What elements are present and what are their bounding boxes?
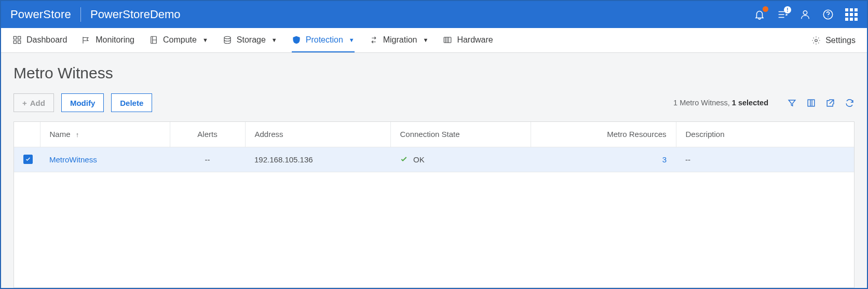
col-description[interactable]: Description xyxy=(676,122,854,147)
nav-dashboard[interactable]: Dashboard xyxy=(12,28,67,52)
action-row: + Add Modify Delete 1 Metro Witness, 1 s… xyxy=(13,93,855,112)
svg-rect-11 xyxy=(808,100,815,106)
svg-rect-9 xyxy=(444,37,452,43)
help-icon[interactable] xyxy=(822,9,834,20)
status-selected-text: 1 selected xyxy=(732,99,768,107)
page-body: Metro Witness + Add Modify Delete 1 Metr… xyxy=(1,53,867,288)
row-checkbox[interactable] xyxy=(23,155,33,164)
product-name[interactable]: PowerStore xyxy=(10,8,71,21)
svg-rect-3 xyxy=(13,36,16,39)
banner-icon-group xyxy=(754,8,858,21)
col-alerts[interactable]: Alerts xyxy=(170,122,245,147)
export-icon[interactable] xyxy=(825,98,835,108)
nav-migration-label: Migration xyxy=(383,35,417,45)
user-icon[interactable] xyxy=(799,9,811,20)
nav-settings-label: Settings xyxy=(825,36,856,45)
selection-status: 1 Metro Witness, 1 selected xyxy=(673,99,768,107)
nav-monitoring[interactable]: Monitoring xyxy=(82,28,134,52)
status-count-text: 1 Metro Witness, xyxy=(673,99,732,107)
chevron-down-icon: ▼ xyxy=(423,37,428,43)
sort-ascending-icon: ↑ xyxy=(76,131,79,139)
row-name-cell: MetroWitness xyxy=(40,147,170,172)
connection-state-text: OK xyxy=(413,155,425,164)
notifications-badge xyxy=(763,6,768,12)
witness-table: Name ↑ Alerts Address Connection State M… xyxy=(13,121,855,288)
columns-icon[interactable] xyxy=(806,98,816,108)
add-button-label: Add xyxy=(30,99,45,107)
row-alerts-cell: -- xyxy=(170,147,245,172)
col-connection-label: Connection State xyxy=(400,130,460,139)
svg-rect-5 xyxy=(13,40,16,43)
notifications-icon[interactable] xyxy=(754,9,765,20)
col-description-label: Description xyxy=(686,130,725,139)
svg-point-2 xyxy=(828,17,828,17)
modify-button-label: Modify xyxy=(70,99,95,107)
col-address[interactable]: Address xyxy=(245,122,390,147)
plus-icon: + xyxy=(22,99,27,107)
col-address-label: Address xyxy=(255,130,283,139)
jobs-badge xyxy=(784,6,791,13)
svg-point-8 xyxy=(224,36,230,39)
col-checkbox[interactable] xyxy=(14,122,40,147)
row-connection-cell: OK xyxy=(390,147,531,172)
top-banner: PowerStore PowerStoreDemo xyxy=(1,1,867,28)
nav-dashboard-label: Dashboard xyxy=(26,35,67,45)
nav-migration[interactable]: Migration ▼ xyxy=(369,28,429,52)
col-metro-label: Metro Resources xyxy=(607,130,666,139)
nav-hardware[interactable]: Hardware xyxy=(443,28,493,52)
main-nav: Dashboard Monitoring Compute ▼ Storage ▼… xyxy=(1,28,867,53)
table-toolbar xyxy=(787,98,855,108)
svg-point-10 xyxy=(815,39,818,42)
svg-rect-4 xyxy=(18,36,21,39)
col-name[interactable]: Name ↑ xyxy=(40,122,170,147)
witness-name-link[interactable]: MetroWitness xyxy=(49,155,97,164)
nav-compute[interactable]: Compute ▼ xyxy=(149,28,208,52)
nav-hardware-label: Hardware xyxy=(457,35,493,45)
nav-settings[interactable]: Settings xyxy=(811,36,856,45)
col-connection[interactable]: Connection State xyxy=(390,122,531,147)
add-button: + Add xyxy=(13,93,54,112)
modify-button[interactable]: Modify xyxy=(61,93,104,112)
chevron-down-icon: ▼ xyxy=(349,37,355,43)
row-address-cell: 192.168.105.136 xyxy=(245,147,390,172)
table-row[interactable]: MetroWitness -- 192.168.105.136 OK 3 -- xyxy=(14,147,854,172)
refresh-icon[interactable] xyxy=(845,98,855,108)
delete-button-label: Delete xyxy=(120,99,143,107)
nav-storage[interactable]: Storage ▼ xyxy=(223,28,277,52)
col-name-label: Name xyxy=(50,130,71,139)
row-description-cell: -- xyxy=(676,147,854,172)
jobs-icon[interactable] xyxy=(777,9,788,20)
row-metro-resources-cell: 3 xyxy=(531,147,676,172)
apps-icon[interactable] xyxy=(845,8,858,21)
nav-protection[interactable]: Protection ▼ xyxy=(292,28,355,52)
metro-resources-link[interactable]: 3 xyxy=(662,155,667,164)
col-metro-resources[interactable]: Metro Resources xyxy=(531,122,676,147)
page-title: Metro Witness xyxy=(13,64,855,82)
nav-protection-label: Protection xyxy=(306,35,343,45)
col-alerts-label: Alerts xyxy=(197,130,217,139)
table-header-row: Name ↑ Alerts Address Connection State M… xyxy=(14,122,854,147)
banner-divider xyxy=(80,7,81,22)
nav-compute-label: Compute xyxy=(163,35,197,45)
cluster-name[interactable]: PowerStoreDemo xyxy=(90,8,181,21)
filter-icon[interactable] xyxy=(787,98,797,108)
nav-storage-label: Storage xyxy=(237,35,266,45)
svg-rect-6 xyxy=(18,40,21,43)
row-checkbox-cell[interactable] xyxy=(14,147,40,172)
check-icon xyxy=(400,155,408,163)
chevron-down-icon: ▼ xyxy=(272,37,277,43)
nav-monitoring-label: Monitoring xyxy=(96,35,134,45)
chevron-down-icon: ▼ xyxy=(202,37,208,43)
delete-button[interactable]: Delete xyxy=(111,93,152,112)
svg-point-0 xyxy=(803,11,807,15)
